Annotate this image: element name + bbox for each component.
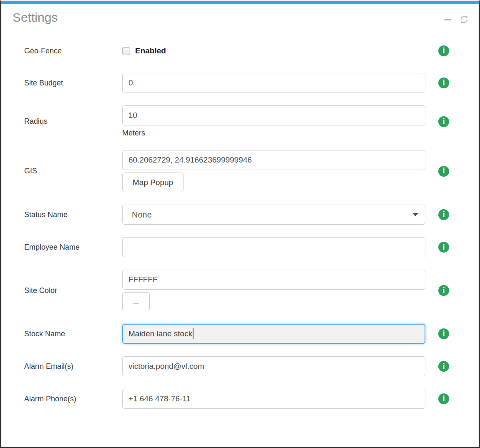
checkbox-label: Enabled (135, 46, 166, 55)
field-row-site-budget: Site Budget i (24, 73, 479, 93)
info-icon[interactable]: i (438, 166, 449, 177)
field-row-site-color: Site Color ... i (24, 270, 479, 311)
page-title: Settings (13, 10, 58, 25)
info-icon[interactable]: i (438, 285, 449, 296)
field-label: Radius (24, 117, 122, 126)
field-row-stock-name: Stock Name Maiden lane stock i (24, 324, 479, 344)
alarm-phones-input[interactable] (122, 389, 425, 409)
field-label: Site Color (24, 286, 122, 295)
geo-fence-checkbox[interactable] (122, 47, 130, 55)
field-row-status-name: Status Name None i (24, 205, 479, 225)
status-name-selected-value: None (132, 210, 152, 220)
chevron-down-icon (412, 213, 418, 216)
field-row-gis: GIS Map Popup i (24, 150, 479, 192)
map-popup-button[interactable]: Map Popup (122, 173, 183, 192)
info-icon[interactable]: i (438, 209, 449, 220)
minimize-button[interactable] (443, 15, 452, 24)
alarm-emails-input[interactable] (122, 356, 425, 376)
info-icon[interactable]: i (438, 116, 449, 127)
field-row-radius: Radius Meters i (24, 105, 479, 138)
refresh-button[interactable] (459, 15, 469, 25)
field-label: Alarm Phone(s) (24, 395, 122, 403)
stock-name-value: Maiden lane stock (128, 329, 192, 338)
info-icon[interactable]: i (438, 78, 449, 88)
enabled-checkbox-group: Enabled (122, 46, 166, 55)
field-row-alarm-emails: Alarm Email(s) i (24, 356, 479, 376)
color-picker-button[interactable]: ... (122, 292, 150, 311)
radius-input[interactable] (122, 105, 425, 125)
refresh-icon (459, 15, 469, 25)
site-budget-input[interactable] (122, 73, 425, 93)
status-name-select[interactable]: None (122, 205, 425, 225)
info-icon[interactable]: i (438, 328, 449, 339)
radius-unit-label: Meters (122, 129, 145, 138)
field-label: Site Budget (24, 79, 122, 88)
site-color-input[interactable] (122, 270, 425, 290)
field-label: Geo-Fence (24, 47, 122, 55)
info-icon[interactable]: i (438, 242, 449, 253)
info-icon[interactable]: i (438, 393, 449, 404)
field-row-employee-name: Employee Name i (24, 237, 479, 257)
window-header: Settings (1, 4, 479, 25)
field-label: Stock Name (24, 330, 122, 338)
settings-form: Geo-Fence Enabled i Site Budget i Radius… (24, 45, 479, 409)
info-icon[interactable]: i (438, 361, 449, 372)
field-row-alarm-phones: Alarm Phone(s) i (24, 389, 479, 409)
field-row-geo-fence: Geo-Fence Enabled i (24, 45, 479, 56)
field-label: GIS (24, 167, 122, 175)
gis-input[interactable] (122, 150, 425, 170)
minimize-icon (444, 19, 451, 20)
employee-name-input[interactable] (122, 237, 425, 257)
info-icon[interactable]: i (438, 45, 449, 56)
accent-bar (1, 1, 479, 4)
field-label: Alarm Email(s) (24, 362, 122, 371)
stock-name-input[interactable]: Maiden lane stock (122, 324, 425, 344)
window-controls (443, 15, 469, 25)
text-cursor (193, 328, 194, 339)
field-label: Status Name (24, 210, 122, 219)
settings-window: Settings Geo-Fence (0, 0, 480, 448)
field-label: Employee Name (24, 243, 122, 252)
